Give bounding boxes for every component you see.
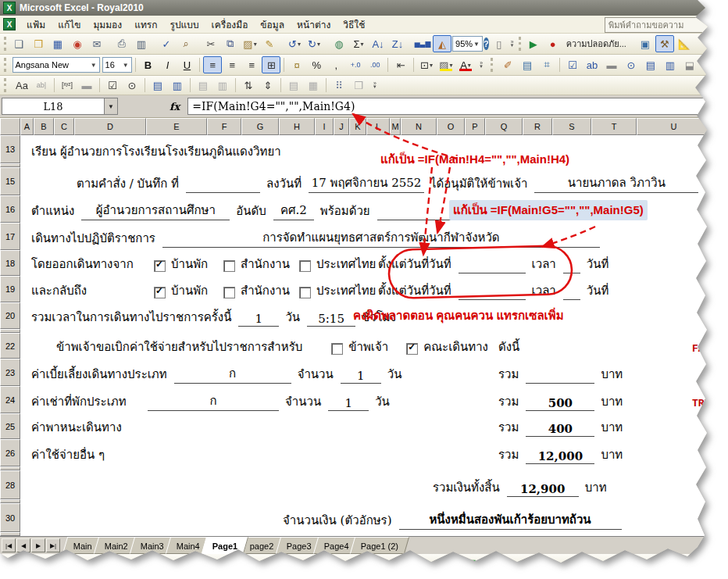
- row-header-16[interactable]: 16: [0, 195, 20, 223]
- spelling-icon[interactable]: ✓: [157, 35, 176, 52]
- forms-editbox-icon[interactable]: ab|: [32, 77, 51, 94]
- picture-icon[interactable]: ▩: [305, 556, 324, 573]
- exit-design-icon[interactable]: ✐: [498, 56, 517, 73]
- hyperlink-icon[interactable]: ◍: [330, 35, 348, 52]
- drawing-icon[interactable]: ◭: [433, 35, 451, 52]
- ctl-button-icon[interactable]: ▬: [602, 56, 621, 73]
- decrease-indent-icon[interactable]: ⇤: [391, 56, 410, 73]
- toolbar-options-chevron[interactable]: »▾: [370, 82, 380, 88]
- underline-icon[interactable]: U: [177, 56, 196, 73]
- save-icon[interactable]: ▦: [48, 35, 67, 52]
- email-icon[interactable]: ✉: [87, 35, 106, 52]
- autosum-icon[interactable]: Σ▾: [349, 35, 368, 52]
- formula-input[interactable]: =IF(Main!G4="","",Main!G4): [187, 98, 717, 115]
- forms-grid-icon[interactable]: ⠿: [330, 77, 348, 94]
- col-header-P[interactable]: P: [465, 118, 485, 135]
- ctl-spin-icon[interactable]: ⇕: [700, 56, 719, 73]
- toolbar-options-chevron[interactable]: »▾: [511, 41, 514, 47]
- arrow-style-icon[interactable]: ⇄: [423, 556, 441, 573]
- forms-listbox-icon[interactable]: ▤: [148, 77, 167, 94]
- line-icon[interactable]: ╲: [149, 556, 168, 573]
- ctl-textbox-icon[interactable]: ab: [583, 56, 601, 73]
- textbox-icon[interactable]: ▣: [227, 556, 246, 573]
- col-header-I[interactable]: I: [315, 118, 334, 135]
- col-header-F[interactable]: F: [207, 118, 241, 135]
- font-size-select[interactable]: 16▼: [102, 57, 132, 73]
- zoom-dropdown-icon[interactable]: ▼: [473, 41, 480, 48]
- row-header-23[interactable]: 23: [0, 359, 20, 386]
- checkbox-unchecked[interactable]: [331, 343, 343, 355]
- fill-color-icon[interactable]: ▨▾: [437, 56, 455, 73]
- row-header-25[interactable]: 25: [0, 413, 20, 439]
- size-dropdown-icon[interactable]: ▼: [123, 62, 129, 69]
- help-icon[interactable]: ?: [484, 38, 489, 50]
- type-question-box[interactable]: พิมพ์คำถามขอความ: [605, 17, 714, 33]
- increase-decimal-icon[interactable]: +.0: [346, 56, 365, 73]
- row-header-22[interactable]: 22: [0, 333, 20, 359]
- menu-item-0[interactable]: แฟ้ม: [20, 17, 52, 33]
- forms-groupbox-icon[interactable]: [ˣʸᶻ]: [58, 77, 77, 94]
- paste-icon[interactable]: ▨▾: [241, 35, 259, 52]
- checkbox-checked[interactable]: [154, 260, 166, 272]
- col-header-Q[interactable]: Q: [485, 118, 523, 135]
- col-header-J[interactable]: J: [334, 118, 349, 135]
- checkbox-unchecked[interactable]: [223, 260, 235, 272]
- view-code-icon[interactable]: ⌗: [537, 56, 556, 73]
- row-header-24[interactable]: 24: [0, 386, 20, 413]
- align-right-icon[interactable]: ≡: [242, 56, 261, 73]
- print-preview-icon[interactable]: ▥: [132, 35, 151, 52]
- diagram-icon[interactable]: ◎: [266, 556, 285, 573]
- fill-color-icon[interactable]: ▨▾: [325, 556, 344, 573]
- ctl-toggle-icon[interactable]: ⬓: [680, 56, 699, 73]
- row-header-17[interactable]: 17: [0, 223, 20, 250]
- toolbar-drag-handle[interactable]: [491, 58, 496, 72]
- zoom-select[interactable]: 95%▼: [452, 36, 483, 52]
- threed-style-icon[interactable]: ❐: [462, 556, 480, 573]
- draw-menu-button[interactable]: รูปวาด▾: [12, 556, 52, 573]
- chart-wizard-icon[interactable]: ▅▃▆: [413, 35, 432, 52]
- forms-option-icon[interactable]: ⊙: [123, 77, 141, 94]
- font-color-icon[interactable]: A▾: [364, 556, 383, 573]
- ctl-option-icon[interactable]: ⊙: [622, 56, 641, 73]
- col-header-A[interactable]: A: [20, 118, 34, 135]
- checkbox-checked[interactable]: [406, 343, 418, 355]
- checkbox-unchecked[interactable]: [299, 260, 311, 272]
- col-header-B[interactable]: B: [34, 118, 54, 135]
- col-header-H[interactable]: H: [279, 118, 315, 135]
- forms-listbox2-icon[interactable]: ▤: [194, 77, 212, 94]
- font-dropdown-icon[interactable]: ▼: [91, 62, 97, 69]
- security-label[interactable]: ความปลอดภัย...: [563, 37, 630, 51]
- col-header-M[interactable]: M: [390, 118, 401, 135]
- align-center-icon[interactable]: ≡: [223, 56, 241, 73]
- toolbar-drag-handle[interactable]: [4, 557, 9, 571]
- merge-center-icon[interactable]: ⊞: [262, 56, 280, 73]
- sheet-tab-Page1[interactable]: Page1: [202, 537, 249, 554]
- clipart-icon[interactable]: ▧: [286, 556, 305, 573]
- run-macro-icon[interactable]: ▶: [524, 35, 543, 52]
- toolbar-drag-handle[interactable]: [4, 37, 6, 51]
- row-header-28[interactable]: 28: [0, 470, 20, 499]
- redo-icon[interactable]: ↻▾: [305, 35, 323, 52]
- menu-item-5[interactable]: เครื่องมือ: [205, 17, 255, 33]
- menu-item-2[interactable]: มุมมอง: [87, 17, 128, 33]
- forms-button-icon[interactable]: ▬: [77, 77, 96, 94]
- oval-icon[interactable]: [208, 556, 227, 573]
- permission-icon[interactable]: ◉: [68, 35, 87, 52]
- new-icon[interactable]: ❑: [9, 35, 28, 52]
- checkbox-unchecked[interactable]: [299, 287, 311, 298]
- col-header-C[interactable]: C: [54, 118, 74, 135]
- vb-editor-icon[interactable]: ▣: [636, 35, 655, 52]
- line-color-icon[interactable]: ✎▾: [344, 556, 363, 573]
- tab-nav-2[interactable]: ▶: [31, 538, 45, 552]
- forms-combobox2-icon[interactable]: ▥: [213, 77, 232, 94]
- tab-nav-0[interactable]: |◀: [2, 538, 16, 552]
- col-header-T[interactable]: T: [591, 118, 637, 135]
- bold-icon[interactable]: B: [138, 56, 157, 73]
- name-box-dropdown[interactable]: ▼: [105, 98, 118, 115]
- checkbox-unchecked[interactable]: [223, 287, 235, 298]
- sort-asc-icon[interactable]: A↓: [369, 35, 387, 52]
- copy-icon[interactable]: ⧉: [221, 35, 240, 52]
- toolbar-drag-handle[interactable]: [4, 78, 9, 92]
- borders-icon[interactable]: ⊡▾: [417, 56, 436, 73]
- row-header-15[interactable]: 15: [0, 167, 20, 195]
